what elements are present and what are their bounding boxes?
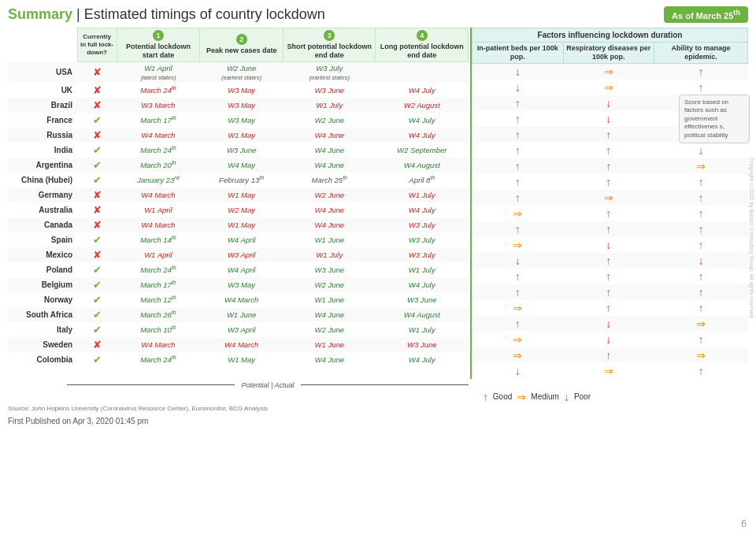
col3-date: W3 May xyxy=(200,113,284,128)
lockdown-check: ✔ xyxy=(77,143,117,158)
col4-date: W1 June xyxy=(284,292,376,307)
col3-date: W3 April xyxy=(200,247,284,262)
title-rest: | Estimated timings of country lockdown xyxy=(72,6,325,22)
col4-date: March 25th xyxy=(284,173,376,187)
col3-date: W2 June(earliest states) xyxy=(200,61,284,83)
col2-date: March 24th xyxy=(117,352,200,367)
table-row: Belgium ✔ March 17th W3 May W2 June W4 J… xyxy=(8,277,469,292)
col5-header: Long potential lockdown end date xyxy=(378,43,465,60)
medium-arrow-icon: ⇒ xyxy=(517,391,526,403)
manage-cell: ↑ xyxy=(654,237,748,253)
factors-row: ⇒ ↑ ⇒ xyxy=(472,347,748,363)
manage-cell: ↑ xyxy=(654,221,748,237)
col2-num: 1 xyxy=(153,30,164,41)
resp-cell: ↑ xyxy=(563,347,654,363)
col2-date: W4 March xyxy=(117,337,200,352)
col4-date: W2 June xyxy=(284,322,376,337)
col2-date: March 12th xyxy=(117,292,200,307)
col4-date: W2 June xyxy=(284,187,376,202)
manage-cell: ⇒ xyxy=(654,158,748,174)
beds-cell: ↑ xyxy=(472,143,564,158)
lockdown-check: ✔ xyxy=(77,158,117,173)
country-name: Colombia xyxy=(8,352,77,367)
resp-cell: ↑ xyxy=(563,127,654,143)
beds-cell: ↑ xyxy=(472,284,564,300)
factors-row: ↓ ⇒ ↑ xyxy=(472,363,748,379)
table-row: UK ✘ March 24th W3 May W3 June W4 July xyxy=(8,83,469,98)
col4-header: Short potential lockdown end date xyxy=(286,43,372,60)
country-name: Germany xyxy=(8,187,77,202)
col5-date: W4 August xyxy=(376,158,469,173)
beds-cell: ⇒ xyxy=(472,300,564,316)
title-summary: Summary xyxy=(8,6,72,22)
country-name: India xyxy=(8,143,77,158)
country-name: Italy xyxy=(8,322,77,337)
col3-date: W3 May xyxy=(200,98,284,113)
country-name: Canada xyxy=(8,217,77,232)
resp-cell: ↓ xyxy=(563,332,654,347)
lockdown-check: ✘ xyxy=(77,337,117,352)
factors-row: ↑ ↑ ⇒ xyxy=(472,158,748,174)
factors-row: ↓ ⇒ ↑ xyxy=(472,63,748,80)
resp-cell: ⇒ xyxy=(563,190,654,206)
factors-row: ↑ ↑ ↑ xyxy=(472,221,748,237)
manage-cell: ⇒ xyxy=(654,316,748,332)
manage-cell: ↑ xyxy=(654,300,748,316)
col3-num: 2 xyxy=(236,34,247,45)
country-name: Norway xyxy=(8,292,77,307)
country-name: Russia xyxy=(8,128,77,143)
resp-cell: ↑ xyxy=(563,269,654,284)
resp-cell: ↑ xyxy=(563,253,654,269)
source-text: Source: John Hopkins University (Coronav… xyxy=(8,405,748,412)
table-row: Russia ✘ W4 March W1 May W4 June W4 July xyxy=(8,128,469,143)
col5-date: W1 July xyxy=(376,187,469,202)
lockdown-check: ✘ xyxy=(77,61,117,83)
table-row: Argentina ✔ March 20th W4 May W4 June W4… xyxy=(8,158,469,173)
lockdown-check: ✔ xyxy=(77,292,117,307)
factors-row: ↑ ↑ ↑ xyxy=(472,284,748,300)
lockdown-check: ✘ xyxy=(77,128,117,143)
lockdown-check: ✘ xyxy=(77,187,117,202)
col2-date: W1 April xyxy=(117,202,200,217)
table-row: Canada ✘ W4 March W1 May W4 June W3 July xyxy=(8,217,469,232)
manage-cell: ↑ xyxy=(654,80,748,95)
col5-date: W3 July xyxy=(376,232,469,247)
col2-date: W3 March xyxy=(117,98,200,113)
beds-cell: ↓ xyxy=(472,63,564,80)
country-name: USA xyxy=(8,61,77,83)
col3-date: W4 March xyxy=(200,337,284,352)
poor-arrow-icon: ↓ xyxy=(564,391,569,403)
lockdown-check: ✘ xyxy=(77,247,117,262)
col2-date: W4 March xyxy=(117,128,200,143)
resp-cell: ↓ xyxy=(563,237,654,253)
resp-cell: ↓ xyxy=(563,111,654,127)
table-row: USA ✘ W1 April(latest states) W2 June(ea… xyxy=(8,61,469,83)
beds-cell: ↑ xyxy=(472,190,564,206)
col4-date: W1 July xyxy=(284,98,376,113)
manage-cell: ↑ xyxy=(654,206,748,221)
col5-date xyxy=(376,61,469,83)
col2-date: March 26th xyxy=(117,307,200,322)
beds-header: In-patient beds per 100k pop. xyxy=(472,43,564,64)
factors-row: ↑ ⇒ ↑ xyxy=(472,190,748,206)
col3-date: W1 May xyxy=(200,352,284,367)
col5-date: W4 July xyxy=(376,202,469,217)
manage-cell: ↓ xyxy=(654,253,748,269)
col3-date: W2 May xyxy=(200,202,284,217)
lockdown-check: ✘ xyxy=(77,98,117,113)
col5-date: W4 July xyxy=(376,83,469,98)
col3-date: W3 May xyxy=(200,83,284,98)
lockdown-check: ✔ xyxy=(77,232,117,247)
manage-cell: ↑ xyxy=(654,332,748,347)
good-label: Good xyxy=(493,392,512,401)
col5-date: W2 September xyxy=(376,143,469,158)
col4-date: W3 July(earliest states) xyxy=(284,61,376,83)
col3-date: W1 June xyxy=(200,307,284,322)
as-of-badge: As of March 25th xyxy=(664,6,748,23)
col2-date: January 23rd xyxy=(117,173,200,187)
table-row: Norway ✔ March 12th W4 March W1 June W3 … xyxy=(8,292,469,307)
factors-row: ↑ ↑ ↑ xyxy=(472,174,748,190)
factors-row: ⇒ ↑ ↑ xyxy=(472,206,748,221)
col2-date: March 24th xyxy=(117,143,200,158)
col4-date: W4 June xyxy=(284,128,376,143)
